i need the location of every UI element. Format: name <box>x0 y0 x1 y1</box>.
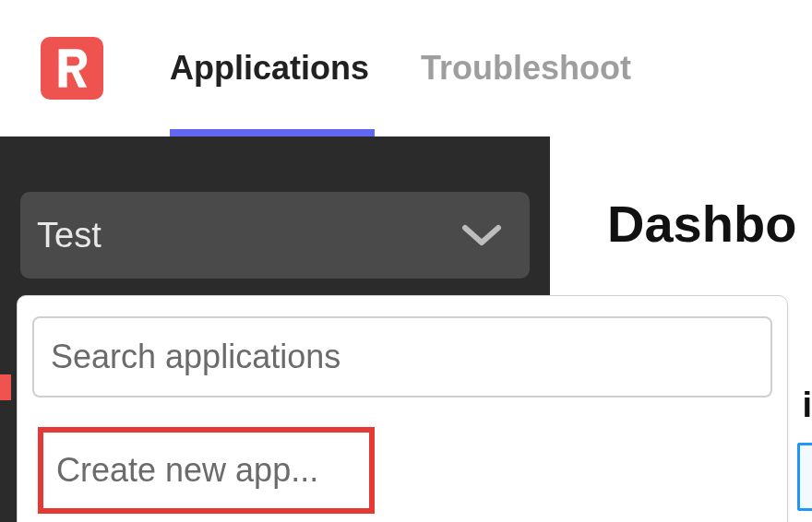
create-new-app-label: Create new app... <box>56 451 318 490</box>
content-text-fragment: i <box>802 386 812 425</box>
brand-logo <box>41 37 103 100</box>
create-new-app-item[interactable]: Create new app... <box>38 427 375 514</box>
page-title: Dashbo <box>607 194 812 254</box>
search-applications-input[interactable] <box>32 316 772 397</box>
app-selector-menu: Create new app... <box>17 295 788 522</box>
sidebar-active-marker <box>0 374 11 400</box>
app-selector-label: Test <box>37 216 102 255</box>
tab-applications-label: Applications <box>170 49 369 88</box>
logo-r-icon <box>55 47 89 89</box>
tab-troubleshoot[interactable]: Troubleshoot <box>421 0 631 136</box>
app-selector-dropdown[interactable]: Test <box>20 192 530 279</box>
nav-tabs: Applications Troubleshoot <box>170 0 683 136</box>
tab-applications[interactable]: Applications <box>170 0 369 136</box>
chevron-down-icon <box>461 222 502 248</box>
callout-box-edge <box>797 443 812 511</box>
tab-troubleshoot-label: Troubleshoot <box>421 49 631 88</box>
top-header: Applications Troubleshoot <box>0 0 812 136</box>
